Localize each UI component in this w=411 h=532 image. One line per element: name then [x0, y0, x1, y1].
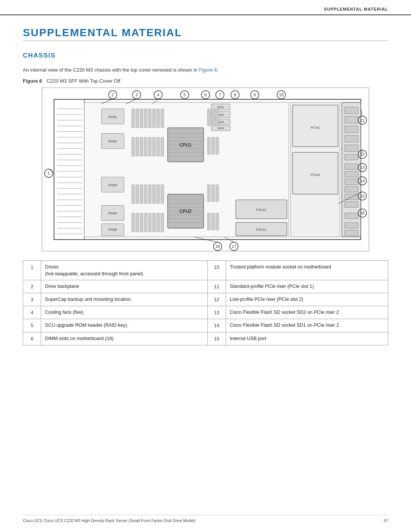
- svg-text:CPU2: CPU2: [179, 209, 191, 214]
- svg-rect-63: [144, 213, 147, 232]
- svg-text:15: 15: [360, 193, 365, 198]
- svg-rect-58: [157, 185, 160, 204]
- svg-text:1: 1: [48, 171, 50, 176]
- table-row: 1Drives(hot-swappable, accessed through …: [23, 260, 388, 280]
- svg-text:PCIe1: PCIe1: [311, 126, 320, 129]
- svg-rect-47: [144, 137, 147, 156]
- svg-text:FAN3: FAN3: [108, 183, 117, 187]
- svg-rect-96: [216, 109, 219, 126]
- svg-rect-123: [344, 171, 358, 177]
- chassis-diagram: FAN1 FAN2 FAN3 FAN4 FAN5: [42, 88, 369, 251]
- svg-text:6: 6: [204, 93, 207, 97]
- svg-rect-120: [344, 145, 358, 152]
- row-num-left: 3: [23, 293, 41, 306]
- row-num-right: 15: [208, 332, 226, 345]
- row-desc-right: Low-profile PCIe riser (PCIe slot 2): [226, 293, 388, 306]
- svg-text:10: 10: [279, 93, 284, 97]
- svg-rect-59: [161, 185, 164, 204]
- footer-left-text: Cisco UCS Cisco UCS C220 M3 High-Density…: [23, 518, 195, 523]
- svg-text:13: 13: [360, 165, 365, 170]
- table-row: 3SuperCap backup unit mounting location1…: [23, 293, 388, 306]
- intro-paragraph: An internal view of the C220 M3 chassis …: [23, 66, 388, 74]
- svg-text:CPU1: CPU1: [179, 142, 191, 148]
- svg-rect-62: [140, 213, 143, 232]
- row-desc-left: Drives(hot-swappable, accessed through f…: [41, 260, 208, 280]
- page-title: SUPPLEMENTAL MATERIAL: [23, 27, 388, 41]
- row-desc-right: Trusted platform module socket on mother…: [226, 260, 388, 280]
- figure-label: Figure 6: [23, 78, 42, 84]
- svg-text:2: 2: [112, 93, 114, 97]
- svg-rect-53: [136, 185, 139, 204]
- svg-rect-42: [157, 109, 160, 128]
- row-desc-left: SuperCap backup unit mounting location: [41, 293, 208, 306]
- svg-text:SAS1: SAS1: [217, 106, 224, 109]
- main-content: SUPPLEMENTAL MATERIAL CHASSIS An interna…: [0, 15, 411, 357]
- footer-page-number: 57: [384, 518, 388, 523]
- svg-rect-104: [212, 213, 215, 230]
- parts-table: 1Drives(hot-swappable, accessed through …: [23, 260, 388, 345]
- row-desc-right: Internal USB port: [226, 332, 388, 345]
- svg-text:FAN5: FAN5: [108, 228, 117, 232]
- table-row: 5SCU upgrade ROM header (RAID key).14Cis…: [23, 319, 388, 332]
- row-desc-left: DIMM slots on motherboard (16): [41, 332, 208, 345]
- svg-text:9: 9: [253, 93, 256, 97]
- section-title: CHASSIS: [23, 52, 388, 59]
- svg-text:5: 5: [183, 93, 186, 97]
- svg-text:FAN2: FAN2: [108, 139, 117, 143]
- svg-rect-56: [148, 185, 151, 204]
- svg-text:PCIe2: PCIe2: [311, 173, 320, 177]
- svg-rect-124: [344, 179, 358, 185]
- svg-rect-39: [144, 109, 147, 128]
- svg-rect-122: [344, 164, 358, 169]
- row-num-right: 11: [208, 280, 226, 293]
- svg-rect-121: [344, 154, 358, 160]
- row-desc-right: Standard-profile PCIe riser (PCIe slot 1…: [226, 280, 388, 293]
- figure-caption: Figure 6 C220 M3 SFF With Top Cover Off: [23, 78, 388, 84]
- svg-text:17: 17: [232, 244, 236, 249]
- svg-rect-38: [140, 109, 143, 128]
- svg-rect-44: [132, 137, 135, 156]
- page-footer: Cisco UCS Cisco UCS C220 M3 High-Density…: [23, 515, 388, 523]
- svg-rect-49: [153, 137, 156, 156]
- svg-text:4: 4: [157, 93, 159, 97]
- svg-rect-118: [344, 126, 358, 133]
- row-num-right: 10: [208, 260, 226, 280]
- svg-rect-127: [344, 201, 358, 207]
- svg-rect-43: [161, 109, 164, 128]
- svg-rect-130: [344, 230, 358, 236]
- svg-rect-116: [344, 107, 358, 114]
- svg-rect-50: [157, 137, 160, 156]
- svg-rect-54: [140, 185, 143, 204]
- row-num-right: 12: [208, 293, 226, 306]
- svg-rect-103: [207, 213, 210, 230]
- svg-rect-65: [153, 213, 156, 232]
- figure-caption-text: C220 M3 SFF With Top Cover Off: [47, 78, 121, 84]
- figure-link[interactable]: Figure 6: [199, 67, 217, 73]
- row-num-right: 13: [208, 306, 226, 319]
- svg-rect-94: [207, 109, 210, 126]
- svg-rect-60: [132, 213, 135, 232]
- row-desc-left: Cooling fans (five): [41, 306, 208, 319]
- svg-rect-128: [344, 213, 358, 219]
- svg-text:16: 16: [360, 211, 365, 215]
- svg-rect-97: [207, 137, 210, 154]
- svg-text:8: 8: [234, 93, 236, 97]
- row-desc-right: Cisco Flexible Flash SD socket SD2 on PC…: [226, 306, 388, 319]
- svg-rect-1: [54, 99, 84, 240]
- svg-text:PSU1: PSU1: [256, 227, 266, 232]
- svg-rect-41: [153, 109, 156, 128]
- row-num-right: 14: [208, 319, 226, 332]
- header-title: Supplemental Material: [324, 7, 388, 11]
- svg-rect-95: [212, 109, 215, 126]
- svg-rect-99: [216, 137, 219, 154]
- svg-text:PSU2: PSU2: [256, 208, 266, 212]
- svg-text:3: 3: [135, 93, 138, 97]
- svg-rect-100: [207, 185, 210, 202]
- svg-rect-52: [132, 185, 135, 204]
- svg-rect-46: [140, 137, 143, 156]
- svg-rect-117: [344, 116, 358, 123]
- svg-text:7: 7: [219, 93, 221, 97]
- svg-rect-55: [144, 185, 147, 204]
- table-row: 2Drive backplane11Standard-profile PCIe …: [23, 280, 388, 293]
- table-row: 4Cooling fans (five)13Cisco Flexible Fla…: [23, 306, 388, 319]
